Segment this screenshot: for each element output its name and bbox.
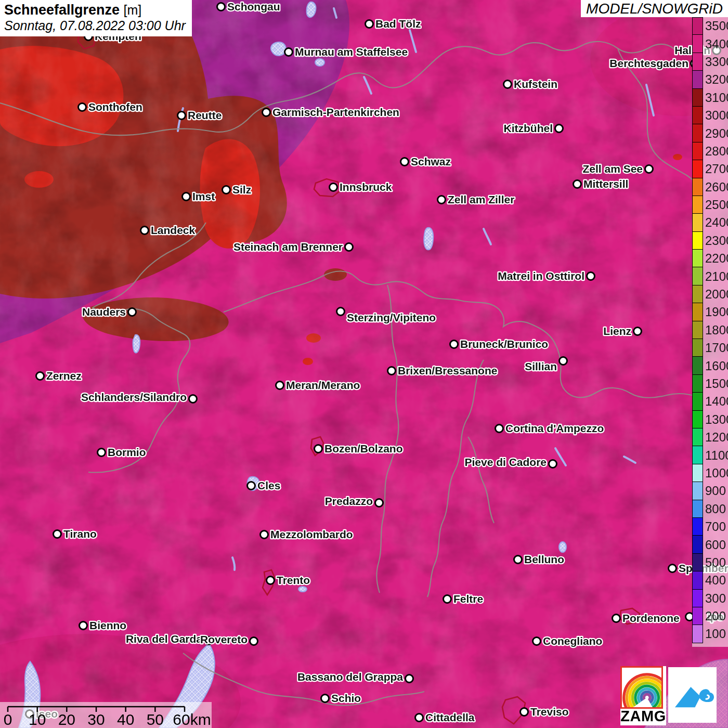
city-dot	[560, 357, 567, 365]
legend-row: 600	[692, 536, 728, 553]
city-dot	[217, 3, 225, 11]
legend-swatch	[692, 178, 703, 196]
legend-value: 500	[705, 555, 726, 570]
city-dot	[549, 460, 557, 468]
city-label: Feltre	[453, 593, 483, 605]
legend-value: 700	[705, 519, 726, 534]
city-dot	[669, 565, 677, 573]
city-label: Sonthofen	[88, 101, 142, 113]
legend-value: 2700	[705, 162, 728, 176]
city-label: Nauders	[82, 306, 126, 318]
city-dot	[514, 556, 522, 564]
legend-swatch	[692, 89, 703, 107]
legend-row: 2000	[692, 285, 728, 303]
legend-swatch	[692, 339, 703, 357]
city-label: Kufstein	[514, 78, 557, 90]
city: Pordenone	[613, 612, 680, 624]
city-dot	[248, 482, 255, 490]
legend-value: 2000	[705, 287, 728, 302]
city-label: Zernez	[46, 370, 82, 382]
legend-value: 800	[705, 502, 726, 516]
legend-row: 2700	[692, 160, 728, 178]
city-dot	[54, 530, 61, 538]
map-datetime: Sonntag, 07.08.2022 03:00 Uhr	[4, 18, 186, 33]
legend-value: 2100	[705, 269, 728, 284]
legend-row: 900	[692, 482, 728, 500]
city-label: Murnau am Staffelsee	[295, 46, 408, 58]
city: Bruneck/Brunico	[450, 338, 549, 350]
legend-row: 1200	[692, 428, 728, 446]
city-label: Imst	[192, 190, 215, 202]
legend-swatch	[692, 536, 703, 553]
legend-row: 1800	[692, 321, 728, 339]
legend-value: 2600	[705, 180, 728, 194]
city-dot	[613, 615, 620, 622]
city-dot	[80, 622, 87, 630]
city: Mezzolombardo	[261, 528, 353, 540]
rainbow-arc	[644, 694, 650, 700]
zamg-logo-text: ZAMG	[620, 709, 666, 724]
zamg-rainbow-icon	[620, 666, 663, 709]
city-dot	[321, 695, 329, 703]
legend-swatch	[692, 124, 703, 142]
city-dot	[345, 243, 353, 251]
legend-value: 3200	[705, 72, 728, 87]
city-label: Sillian	[525, 360, 557, 372]
scale-tick-label: 10	[29, 711, 46, 728]
city: Cles	[248, 479, 281, 491]
legend-swatch	[692, 285, 703, 303]
legend-row: 1000	[692, 464, 728, 482]
legend-value: 1200	[705, 430, 728, 445]
snowgrid-map-screenshot: SchongauBad TölzKemptenMurnau am Staffel…	[0, 0, 728, 728]
city-dot	[438, 196, 446, 204]
city-label: Rovereto	[200, 633, 248, 645]
city-label: Cittadella	[425, 711, 475, 723]
scale-tick-label: 20	[58, 711, 75, 728]
city-dot	[555, 125, 563, 133]
legend-value: 1300	[705, 412, 728, 427]
city-dot	[261, 531, 268, 539]
lake-small-1	[315, 59, 324, 66]
city-label: Trento	[277, 574, 310, 586]
legend-value: 1800	[705, 323, 728, 337]
city: Brixen/Bressanone	[388, 365, 498, 376]
city-dot	[189, 395, 197, 403]
city-label: Predazzo	[325, 495, 373, 507]
city-dot	[366, 20, 373, 28]
city-dot	[444, 595, 451, 603]
city: Bozen/Bolzano	[315, 443, 403, 454]
legend-value: 1400	[705, 394, 728, 409]
city: Zell am Ziller	[438, 193, 515, 205]
city: Garmisch-Partenkirchen	[263, 106, 399, 118]
city-label: Belluno	[524, 553, 564, 565]
legend-swatch	[692, 607, 703, 625]
city-label: Garmisch-Partenkirchen	[272, 106, 399, 118]
legend-row: 3500	[692, 17, 728, 35]
weather-map: SchongauBad TölzKemptenMurnau am Staffel…	[0, 0, 728, 728]
city-label: Silz	[232, 184, 251, 196]
city-label: Sterzing/Vipiteno	[347, 311, 436, 323]
legend-swatch	[692, 250, 703, 267]
lake-staffelsee	[271, 42, 286, 56]
legend-row: 3400	[692, 35, 728, 53]
city: Pieve di Cadore	[464, 456, 556, 468]
legend-swatch	[692, 625, 703, 643]
legend-swatch	[692, 196, 703, 214]
city-dot	[263, 109, 270, 116]
city-label: Kitzbühel	[504, 122, 553, 134]
city-dot	[315, 445, 322, 453]
legend-colorbar: 3500340033003200310030002900280027002600…	[692, 17, 728, 643]
legend-value: 200	[705, 609, 726, 623]
legend-value: 1600	[705, 359, 728, 373]
city-dot	[504, 81, 512, 88]
city-label: Berchtesgaden	[609, 57, 688, 69]
city-label: Zell am Ziller	[448, 193, 514, 205]
city-dot	[250, 638, 258, 645]
legend-value: 2500	[705, 198, 728, 212]
legend-value: 900	[705, 484, 726, 498]
legend-swatch	[692, 214, 703, 231]
city-dot	[634, 328, 642, 335]
lake-santa-croce	[559, 542, 566, 552]
city-label: Schio	[331, 692, 361, 704]
city-dot	[183, 193, 190, 201]
